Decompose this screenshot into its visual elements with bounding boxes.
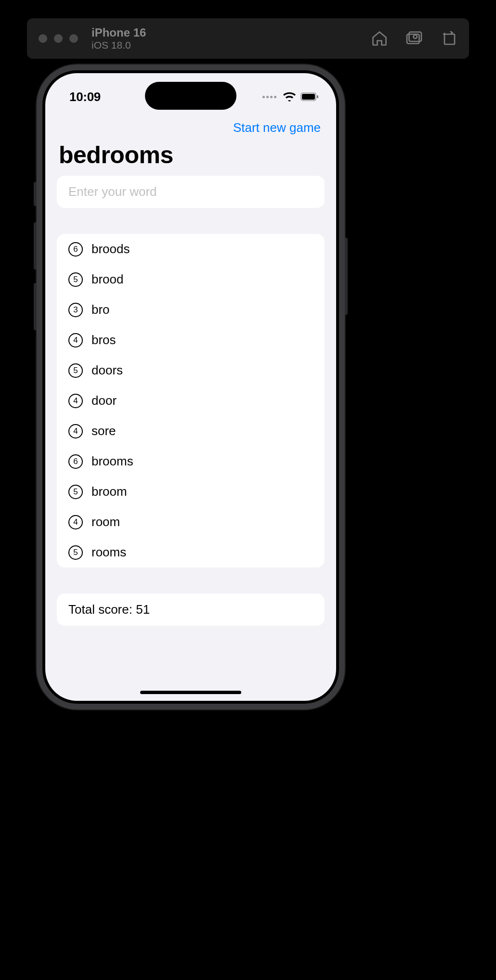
total-score-card: Total score: 51: [57, 593, 325, 626]
dynamic-island: [145, 82, 236, 110]
list-item: 6brooms: [57, 446, 325, 477]
list-item: 4sore: [57, 416, 325, 446]
screenshot-icon[interactable]: [405, 30, 423, 47]
used-words-list: 6broods5brood3bro4bros5doors4door4sore6b…: [57, 234, 325, 567]
svg-rect-5: [302, 94, 315, 100]
score-badge: 4: [68, 515, 83, 529]
score-badge: 5: [68, 272, 83, 287]
cellular-icon: [262, 96, 276, 98]
total-score-label: Total score: 51: [68, 602, 313, 617]
status-time: 10:09: [69, 90, 101, 104]
minimize-window-button[interactable]: [54, 34, 63, 43]
list-item: 4bros: [57, 325, 325, 355]
word-label: bros: [91, 333, 116, 348]
simulator-toolbar: iPhone 16 iOS 18.0: [27, 18, 469, 59]
word-label: broods: [91, 242, 130, 257]
phone-screen: 10:09 Start new game: [45, 73, 336, 701]
score-badge: 4: [68, 333, 83, 348]
score-badge: 5: [68, 485, 83, 499]
simulator-os-version: iOS 18.0: [91, 39, 146, 51]
list-item: 5broom: [57, 477, 325, 507]
list-item: 4door: [57, 386, 325, 416]
phone-frame: 10:09 Start new game: [37, 64, 345, 709]
window-controls: [39, 34, 78, 43]
word-label: brood: [91, 272, 124, 287]
start-new-game-button[interactable]: Start new game: [233, 120, 321, 135]
volume-up-button[interactable]: [34, 222, 37, 270]
navigation-bar: Start new game: [45, 112, 336, 141]
volume-down-button[interactable]: [34, 283, 37, 330]
mute-switch[interactable]: [34, 182, 37, 206]
svg-point-2: [414, 35, 418, 39]
word-label: broom: [91, 484, 127, 499]
simulator-title-block: iPhone 16 iOS 18.0: [91, 26, 146, 50]
score-badge: 4: [68, 394, 83, 408]
score-badge: 6: [68, 454, 83, 469]
zoom-window-button[interactable]: [69, 34, 78, 43]
simulator-device-name: iPhone 16: [91, 26, 146, 39]
word-input[interactable]: [68, 184, 313, 199]
score-badge: 6: [68, 242, 83, 257]
wifi-icon: [283, 92, 296, 102]
svg-rect-6: [317, 95, 318, 98]
score-badge: 5: [68, 363, 83, 378]
page-title: bedrooms: [45, 141, 336, 176]
simulator-actions: [371, 30, 457, 47]
battery-icon: [300, 92, 319, 101]
word-label: door: [91, 393, 117, 408]
power-button[interactable]: [345, 238, 348, 315]
word-label: brooms: [91, 454, 133, 469]
word-label: bro: [91, 302, 110, 317]
list-item: 3bro: [57, 295, 325, 325]
score-badge: 4: [68, 424, 83, 438]
score-badge: 5: [68, 545, 83, 560]
list-item: 6broods: [57, 234, 325, 264]
word-label: doors: [91, 363, 123, 378]
word-label: rooms: [91, 545, 126, 560]
home-indicator[interactable]: [140, 691, 241, 694]
score-badge: 3: [68, 303, 83, 317]
list-item: 5doors: [57, 355, 325, 386]
word-label: sore: [91, 424, 116, 438]
rotate-icon[interactable]: [440, 30, 457, 47]
close-window-button[interactable]: [39, 34, 47, 43]
list-item: 5rooms: [57, 537, 325, 567]
list-item: 4room: [57, 507, 325, 537]
home-icon[interactable]: [371, 30, 388, 47]
word-input-card: [57, 176, 325, 208]
word-label: room: [91, 515, 120, 529]
list-item: 5brood: [57, 264, 325, 295]
svg-rect-3: [444, 34, 455, 44]
